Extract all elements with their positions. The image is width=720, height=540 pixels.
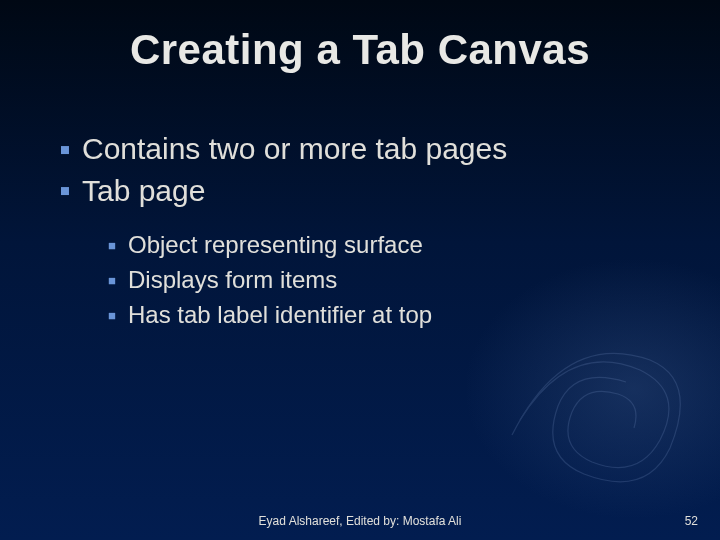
slide: Creating a Tab Canvas ■ Contains two or …: [0, 0, 720, 540]
bullet-text: Contains two or more tab pages: [82, 130, 507, 168]
bullet-marker-icon: ■: [108, 237, 116, 254]
bullet-level1: ■ Contains two or more tab pages: [60, 130, 680, 168]
footer-credits: Eyad Alshareef, Edited by: Mostafa Ali: [0, 514, 720, 528]
bullet-level2: ■ Displays form items: [108, 264, 680, 295]
bullet-marker-icon: ■: [60, 139, 70, 160]
bullet-marker-icon: ■: [60, 180, 70, 201]
bullet-level1: ■ Tab page: [60, 172, 680, 210]
slide-number: 52: [685, 514, 698, 528]
bullet-text: Displays form items: [128, 264, 337, 295]
bullet-level2: ■ Object representing surface: [108, 229, 680, 260]
bullet-text: Has tab label identifier at top: [128, 299, 432, 330]
bullet-text: Object representing surface: [128, 229, 423, 260]
bullet-level2: ■ Has tab label identifier at top: [108, 299, 680, 330]
slide-body: ■ Contains two or more tab pages ■ Tab p…: [60, 130, 680, 335]
bullet-text: Tab page: [82, 172, 205, 210]
bullet-marker-icon: ■: [108, 307, 116, 324]
slide-title: Creating a Tab Canvas: [0, 26, 720, 74]
sub-bullet-group: ■ Object representing surface ■ Displays…: [60, 229, 680, 331]
bullet-marker-icon: ■: [108, 272, 116, 289]
